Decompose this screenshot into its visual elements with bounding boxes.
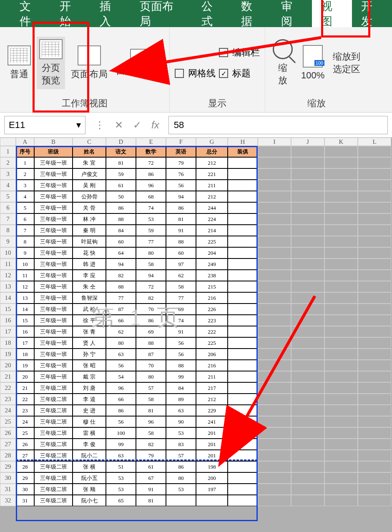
cell[interactable] [258, 292, 291, 304]
cell[interactable] [358, 484, 391, 495]
tab-file[interactable]: 文件 [10, 0, 50, 27]
normal-view-button[interactable]: 普通 [5, 43, 33, 83]
row-header-15[interactable]: 15 [0, 304, 16, 315]
cell[interactable] [358, 258, 391, 270]
cell[interactable]: 94 [136, 270, 166, 281]
cell[interactable]: 59 [106, 168, 136, 180]
cell[interactable] [358, 225, 391, 236]
col-header-D[interactable]: D [106, 138, 136, 146]
row-header-22[interactable]: 22 [0, 382, 16, 394]
cell[interactable] [358, 191, 391, 202]
row-header-7[interactable]: 7 [0, 213, 16, 225]
row-header-9[interactable]: 9 [0, 236, 16, 247]
fx-icon[interactable]: fx [151, 119, 159, 131]
tab-insert[interactable]: 插入 [90, 0, 131, 27]
cell[interactable] [228, 191, 258, 202]
cell[interactable] [324, 180, 358, 191]
cell[interactable]: 公孙骨 [73, 191, 106, 202]
cell[interactable]: 徐 平 [73, 315, 106, 326]
cell[interactable]: 三年级一班 [34, 213, 73, 225]
cell[interactable] [228, 472, 258, 484]
cell[interactable] [258, 157, 291, 168]
cell[interactable]: 100 [106, 427, 136, 439]
row-header-26[interactable]: 26 [0, 427, 16, 439]
cell[interactable] [291, 146, 324, 157]
cell[interactable] [324, 472, 358, 484]
row-header-4[interactable]: 4 [0, 180, 16, 191]
cell[interactable]: 三年级一班 [34, 292, 73, 304]
row-header-18[interactable]: 18 [0, 337, 16, 349]
cell[interactable]: 87 [136, 349, 166, 360]
cell[interactable] [324, 315, 358, 326]
cell[interactable]: 19 [16, 360, 34, 371]
cell[interactable]: 204 [196, 247, 228, 258]
cell[interactable]: 12 [16, 281, 34, 292]
cell[interactable] [258, 191, 291, 202]
cell[interactable] [258, 484, 291, 495]
cell[interactable]: 三年级一班 [34, 349, 73, 360]
cell[interactable] [291, 247, 324, 258]
col-header-G[interactable]: G [196, 138, 228, 146]
cell[interactable] [358, 405, 391, 416]
cell[interactable]: 67 [136, 472, 166, 484]
cell[interactable] [291, 213, 324, 225]
cell[interactable]: 5 [16, 202, 34, 213]
cell[interactable]: 59 [136, 225, 166, 236]
cell[interactable]: 序号 [16, 146, 34, 157]
cell[interactable]: 朱 仝 [73, 281, 106, 292]
cell[interactable]: 69 [136, 326, 166, 337]
cell[interactable] [258, 213, 291, 225]
row-header-27[interactable]: 27 [0, 439, 16, 450]
formulabar-check[interactable]: ✓编辑栏 [219, 46, 260, 59]
cell[interactable] [291, 168, 324, 180]
tab-home[interactable]: 开始 [50, 0, 90, 27]
cell[interactable]: 张 横 [73, 461, 106, 472]
row-header-12[interactable]: 12 [0, 270, 16, 281]
cell[interactable]: 21 [16, 382, 34, 394]
cell[interactable] [358, 304, 391, 315]
cell[interactable]: 80 [136, 247, 166, 258]
cell[interactable] [358, 337, 391, 349]
cell[interactable] [324, 191, 358, 202]
cell[interactable]: 56 [106, 416, 136, 427]
cell[interactable]: 82 [106, 270, 136, 281]
cell[interactable] [228, 315, 258, 326]
cell[interactable]: 三年级二班 [34, 405, 73, 416]
cell[interactable]: 56 [166, 337, 196, 349]
zoom-button[interactable]: 缩 放 [270, 37, 295, 89]
cell[interactable]: 88 [166, 236, 196, 247]
cell[interactable] [258, 247, 291, 258]
cell[interactable]: 53 [106, 484, 136, 495]
row-header-31[interactable]: 31 [0, 484, 16, 495]
cell[interactable]: 86 [136, 315, 166, 326]
cell[interactable]: 三年级二班 [34, 495, 73, 506]
cell[interactable]: 李 逵 [73, 394, 106, 405]
cell[interactable]: 张 顺 [73, 484, 106, 495]
cell[interactable]: 53 [136, 213, 166, 225]
cell[interactable] [324, 382, 358, 394]
cell[interactable] [228, 382, 258, 394]
cell[interactable]: 三年级二班 [34, 472, 73, 484]
cell[interactable] [258, 450, 291, 461]
cell[interactable] [228, 236, 258, 247]
cell[interactable]: 60 [166, 247, 196, 258]
cell[interactable]: 三年级一班 [34, 191, 73, 202]
cell[interactable] [358, 326, 391, 337]
cell[interactable]: 林 冲 [73, 213, 106, 225]
col-header-B[interactable]: B [34, 138, 73, 146]
cell[interactable]: 68 [136, 191, 166, 202]
cell[interactable]: 三年级二班 [34, 439, 73, 450]
cell[interactable]: 53 [106, 472, 136, 484]
cell[interactable] [228, 202, 258, 213]
row-header-21[interactable]: 21 [0, 371, 16, 382]
cell[interactable]: 229 [196, 405, 228, 416]
cell[interactable] [358, 450, 391, 461]
cell[interactable]: 穆 仕 [73, 416, 106, 427]
cell[interactable] [291, 225, 324, 236]
cell[interactable] [324, 304, 358, 315]
cell[interactable] [291, 337, 324, 349]
cell[interactable]: 224 [196, 213, 228, 225]
cell[interactable]: 80 [136, 371, 166, 382]
cell[interactable] [196, 495, 228, 506]
cell[interactable]: 83 [166, 439, 196, 450]
